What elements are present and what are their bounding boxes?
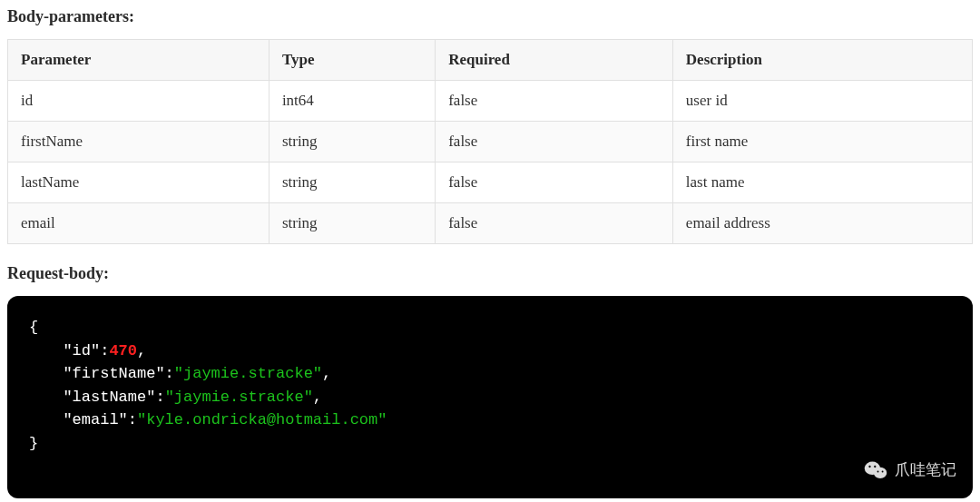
cell-type: string [269, 162, 435, 203]
json-value-firstname: "jaymie.stracke" [174, 365, 322, 382]
cell-description: first name [672, 122, 972, 162]
col-header-parameter: Parameter [8, 40, 270, 81]
col-header-type: Type [269, 40, 435, 81]
table-row: firstName string false first name [8, 122, 973, 162]
table-row: id int64 false user id [8, 81, 973, 122]
request-body-heading: Request-body: [7, 264, 973, 283]
cell-type: int64 [269, 81, 435, 122]
cell-description: last name [672, 162, 972, 203]
request-body-code: { "id":470, "firstName":"jaymie.stracke"… [7, 296, 973, 498]
cell-parameter: firstName [8, 122, 270, 162]
watermark-text: 爪哇笔记 [895, 458, 956, 482]
body-parameters-heading: Body-parameters: [7, 7, 973, 26]
cell-required: false [436, 203, 673, 244]
json-value-id: 470 [109, 342, 137, 359]
table-row: email string false email address [8, 203, 973, 244]
col-header-description: Description [672, 40, 972, 81]
json-value-lastname: "jaymie.stracke" [165, 389, 313, 406]
watermark: 爪哇笔记 [864, 458, 956, 482]
json-value-email: "kyle.ondricka@hotmail.com" [137, 411, 387, 428]
json-key-firstname: "firstName" [63, 365, 164, 382]
cell-required: false [436, 122, 673, 162]
cell-required: false [436, 81, 673, 122]
json-key-email: "email" [63, 411, 127, 428]
svg-point-4 [877, 470, 879, 472]
json-key-id: "id" [63, 342, 100, 359]
json-key-lastname: "lastName" [63, 389, 155, 406]
svg-point-1 [874, 467, 887, 477]
cell-type: string [269, 203, 435, 244]
cell-description: user id [672, 81, 972, 122]
cell-parameter: email [8, 203, 270, 244]
svg-point-2 [868, 465, 870, 467]
cell-required: false [436, 162, 673, 203]
svg-point-3 [874, 465, 876, 467]
svg-point-5 [882, 470, 884, 472]
cell-parameter: lastName [8, 162, 270, 203]
parameters-table: Parameter Type Required Description id i… [7, 39, 973, 244]
cell-parameter: id [8, 81, 270, 122]
table-row: lastName string false last name [8, 162, 973, 203]
wechat-icon [864, 458, 887, 482]
cell-description: email address [672, 203, 972, 244]
table-header-row: Parameter Type Required Description [8, 40, 973, 81]
cell-type: string [269, 122, 435, 162]
col-header-required: Required [436, 40, 673, 81]
